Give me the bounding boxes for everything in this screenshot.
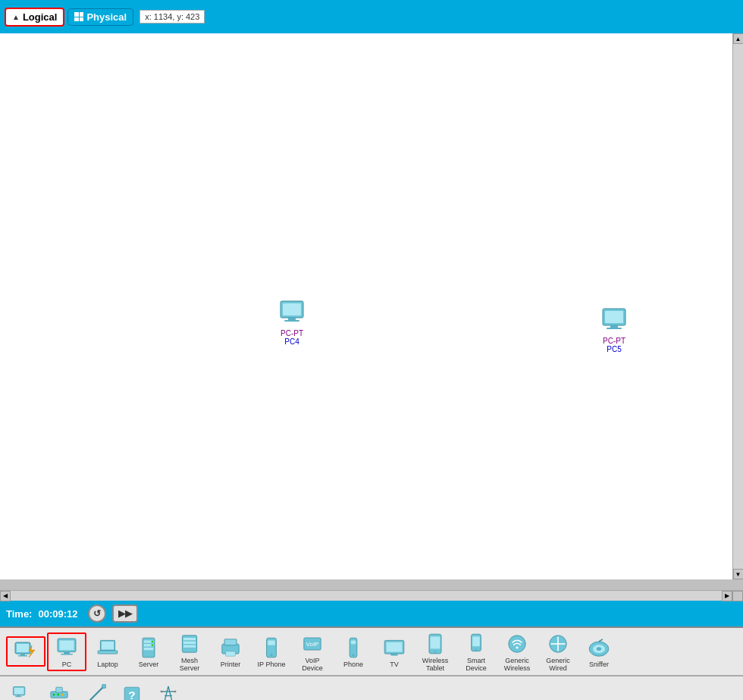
tab-physical[interactable]: Physical: [67, 8, 133, 26]
server-palette-icon: [136, 636, 161, 660]
laptop-palette-icon: [96, 636, 120, 660]
printer-palette-label: Printer: [221, 661, 241, 668]
pc-palette-icon: [55, 636, 79, 660]
palette-voip-device[interactable]: VoIP VoIP Device: [293, 630, 332, 673]
svg-point-49: [475, 648, 477, 650]
coordinates-display: x: 1134, y: 423: [140, 10, 205, 24]
svg-rect-1: [283, 303, 301, 315]
tv-palette-label: TV: [390, 661, 399, 668]
category-power[interactable]: [152, 683, 185, 700]
palette-sniffer[interactable]: Sniffer: [579, 634, 619, 670]
category-network-devices[interactable]: [42, 683, 76, 700]
svg-point-64: [53, 694, 55, 696]
svg-rect-39: [351, 640, 356, 644]
svg-text:VoIP: VoIP: [306, 641, 319, 648]
pc4-icon: [277, 297, 307, 328]
svg-rect-28: [183, 641, 196, 643]
device-pc4[interactable]: PC-PT PC4: [265, 297, 318, 346]
svg-rect-10: [20, 654, 25, 655]
svg-line-68: [87, 686, 104, 700]
svg-rect-60: [14, 688, 24, 694]
svg-rect-27: [183, 638, 196, 640]
device-palette: PC Laptop Server: [0, 626, 743, 675]
svg-text:?: ?: [128, 689, 135, 700]
svg-rect-18: [102, 642, 114, 649]
svg-rect-9: [17, 644, 29, 652]
grid-icon: [74, 12, 83, 21]
palette-generic-wireless[interactable]: Generic Wireless: [497, 630, 537, 673]
ip-phone-palette-label: IP Phone: [258, 661, 286, 668]
misc-icon: ?: [121, 684, 143, 700]
svg-point-65: [57, 694, 59, 696]
phone-palette-icon: [341, 636, 365, 660]
fast-forward-button[interactable]: ▶▶: [112, 604, 138, 623]
svg-point-51: [516, 646, 518, 648]
wireless-tablet-palette-icon: [423, 632, 447, 656]
pc5-type-label: PC-PT: [603, 337, 625, 345]
hscroll-left-arrow[interactable]: ◀: [0, 591, 11, 601]
wireless-tablet-palette-label: Wireless Tablet: [417, 657, 453, 672]
svg-rect-5: [605, 311, 623, 323]
pc5-icon: [599, 305, 629, 335]
svg-point-24: [152, 640, 153, 642]
connections-icon: [85, 684, 106, 700]
palette-phone[interactable]: Phone: [334, 634, 373, 670]
palette-pc[interactable]: PC: [47, 633, 86, 671]
svg-rect-14: [59, 640, 74, 650]
svg-rect-16: [61, 654, 73, 655]
server-palette-label: Server: [139, 661, 159, 668]
network-devices-icon: [49, 684, 70, 700]
svg-rect-61: [17, 695, 20, 696]
palette-tv[interactable]: TV: [375, 634, 414, 670]
device-pc5[interactable]: PC-PT PC5: [588, 305, 641, 353]
palette-wireless-tablet[interactable]: Wireless Tablet: [415, 630, 455, 673]
scroll-corner: [732, 591, 743, 601]
palette-printer[interactable]: Printer: [211, 634, 250, 670]
palette-mesh-server[interactable]: Mesh Server: [170, 630, 209, 673]
palette-smart-device[interactable]: Smart Device: [456, 630, 496, 673]
vscroll-down-arrow[interactable]: ▼: [733, 569, 744, 579]
palette-generic-wired[interactable]: Generic Wired: [538, 630, 578, 673]
reset-time-button[interactable]: ↺: [88, 604, 106, 623]
pc5-name-label: PC5: [607, 345, 621, 353]
svg-point-46: [434, 651, 436, 652]
mesh-server-palette-label: Mesh Server: [171, 657, 208, 672]
horizontal-scrollbar-row: ◀ ▶: [0, 590, 743, 601]
vertical-scrollbar[interactable]: ▲ ▼: [732, 33, 743, 579]
svg-rect-42: [387, 642, 403, 651]
category-end-devices[interactable]: [6, 683, 39, 700]
sniffer-palette-icon: [587, 636, 611, 660]
category-misc[interactable]: ?: [115, 683, 149, 700]
logical-tab-label: Logical: [23, 11, 58, 23]
svg-line-58: [599, 639, 603, 641]
generic-wireless-palette-icon: [505, 632, 529, 656]
printer-palette-icon: [218, 636, 243, 660]
pc4-name-label: PC4: [284, 337, 299, 346]
canvas-wrapper: PC-PT PC4 PC-PT PC5 ▲ ▼: [0, 33, 743, 590]
svg-rect-6: [610, 325, 618, 328]
category-bar: ?: [0, 675, 743, 700]
pc-palette-label: PC: [62, 661, 72, 668]
svg-rect-2: [288, 318, 296, 320]
hscroll-track[interactable]: [11, 591, 722, 601]
hscroll-right-arrow[interactable]: ▶: [722, 591, 732, 601]
time-label: Time:: [6, 608, 32, 620]
svg-rect-67: [56, 687, 62, 692]
svg-rect-11: [18, 655, 27, 657]
mesh-server-palette-icon: [177, 632, 202, 656]
palette-server[interactable]: Server: [129, 634, 168, 670]
category-connections[interactable]: [79, 683, 112, 700]
svg-point-25: [152, 644, 153, 645]
vscroll-up-arrow[interactable]: ▲: [733, 33, 744, 44]
laptop-palette-label: Laptop: [97, 661, 118, 668]
palette-ip-phone[interactable]: IP Phone: [252, 634, 291, 670]
palette-laptop[interactable]: Laptop: [88, 634, 127, 670]
network-canvas[interactable]: PC-PT PC4 PC-PT PC5: [0, 33, 732, 579]
palette-end-devices-icon[interactable]: [6, 636, 45, 667]
svg-point-57: [597, 647, 601, 651]
physical-tab-label: Physical: [86, 11, 127, 23]
svg-rect-62: [15, 696, 21, 697]
tab-logical[interactable]: ▲ Logical: [5, 8, 64, 27]
power-icon: [158, 684, 179, 700]
vscroll-track[interactable]: [733, 44, 743, 569]
